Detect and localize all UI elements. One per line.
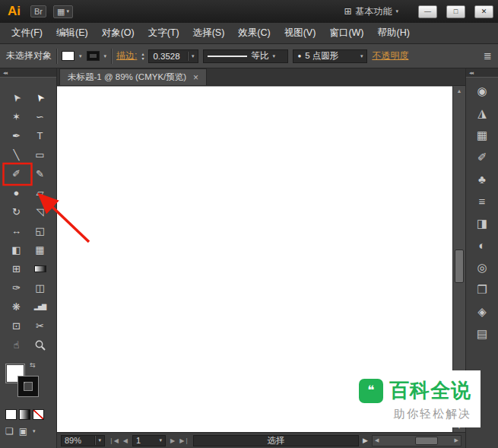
screen-mode-icon[interactable]: ▣ (19, 426, 27, 437)
chevron-down-icon[interactable]: ▾ (98, 437, 101, 443)
direct-selection-tool[interactable]: ➤ (28, 88, 52, 107)
menu-edit[interactable]: 编辑(E) (49, 23, 95, 43)
horizontal-scrollbar-thumb[interactable] (415, 437, 438, 445)
stepper-down-icon[interactable]: ▾ (141, 56, 144, 61)
rectangle-tool[interactable]: ▭ (28, 145, 52, 164)
menu-type[interactable]: 文字(T) (141, 23, 186, 43)
column-graph-tool[interactable]: ▂▅▇ (28, 297, 52, 316)
eyedropper-tool[interactable]: ✑ (5, 278, 28, 297)
blend-tool[interactable]: ◫ (28, 278, 52, 297)
free-transform-tool[interactable]: ◱ (28, 221, 52, 240)
chevron-down-icon[interactable]: ▾ (79, 53, 82, 59)
minimize-button[interactable]: — (418, 5, 437, 18)
first-artboard-icon[interactable]: ❘◀ (109, 437, 119, 444)
stroke-color-indicator[interactable] (18, 377, 38, 396)
blob-brush-tool[interactable]: ● (5, 183, 28, 202)
type-tool[interactable]: T (28, 126, 52, 145)
horizontal-scrollbar[interactable]: ◀ ▶ (372, 435, 462, 446)
arrange-documents-button[interactable]: ▦ ▾ (53, 5, 73, 18)
expand-dock-icon[interactable]: ◂◂ (466, 68, 498, 78)
menu-object[interactable]: 对象(O) (95, 23, 141, 43)
tab-close-icon[interactable]: × (193, 72, 198, 83)
hand-tool[interactable]: ☝ (5, 335, 28, 354)
workspace-icon: ⊞ (344, 6, 351, 17)
menu-file[interactable]: 文件(F) (5, 23, 49, 43)
status-expand-icon[interactable]: ▶ (363, 437, 368, 444)
symbol-sprayer-tool[interactable]: ❋ (5, 297, 28, 316)
selection-tool[interactable]: ➤ (5, 88, 28, 107)
rotate-tool[interactable]: ↻ (5, 202, 28, 221)
scroll-right-icon[interactable]: ▶ (455, 437, 458, 443)
stroke-color-swatch[interactable] (87, 51, 100, 61)
transparency-panel-icon[interactable]: ◐ (478, 240, 485, 252)
stroke-weight-field[interactable]: 0.3528 ▾ (148, 49, 198, 63)
divider (187, 52, 188, 61)
swap-fill-stroke-icon[interactable]: ⇆ (30, 361, 36, 369)
artboards-panel-icon[interactable]: ▤ (477, 328, 487, 340)
appearance-panel-icon[interactable]: ◎ (477, 262, 487, 274)
chevron-down-icon[interactable]: ▾ (104, 53, 107, 59)
menu-view[interactable]: 视图(V) (278, 23, 323, 43)
scroll-left-icon[interactable]: ◀ (375, 437, 379, 443)
paintbrush-tool[interactable]: ✐ (5, 164, 28, 183)
shape-builder-tool[interactable]: ◧ (5, 240, 28, 259)
lasso-tool[interactable]: ∽ (28, 107, 52, 126)
status-readout[interactable]: 选择 (193, 435, 359, 446)
collapse-tools-panel-icon[interactable]: ◂◂ (0, 68, 56, 78)
perspective-grid-tool[interactable]: ▦ (28, 240, 52, 259)
gradient-tool[interactable] (28, 259, 52, 278)
vertical-scrollbar-thumb[interactable] (455, 249, 464, 283)
none-button[interactable] (33, 409, 44, 420)
bridge-button[interactable]: Br (30, 5, 46, 17)
maximize-button[interactable]: □ (446, 5, 465, 18)
chevron-down-icon[interactable]: ▾ (33, 428, 36, 434)
eraser-tool[interactable]: ▱ (28, 183, 52, 202)
brushes-panel-icon[interactable]: ✐ (477, 151, 487, 164)
chevron-down-icon[interactable]: ▾ (360, 53, 363, 59)
pencil-tool[interactable]: ✎ (28, 164, 52, 183)
pen-tool[interactable]: ✒ (5, 126, 28, 145)
zoom-level-dropdown[interactable]: 89% ▾ (61, 435, 105, 446)
close-button[interactable]: ✕ (474, 5, 493, 18)
mesh-tool[interactable]: ⊞ (5, 259, 28, 278)
drawing-mode-icon[interactable]: ❏ (5, 426, 14, 437)
control-panel-menu-icon[interactable]: ≣ (484, 50, 492, 62)
scroll-up-icon[interactable]: ▲ (453, 86, 465, 96)
scale-tool[interactable]: ◹ (28, 202, 52, 221)
fill-color-swatch[interactable] (62, 51, 75, 61)
menu-window[interactable]: 窗口(W) (322, 23, 370, 43)
gradient-panel-icon[interactable]: ◨ (477, 218, 487, 230)
menu-effect[interactable]: 效果(C) (231, 23, 277, 43)
chevron-down-icon[interactable]: ▾ (192, 53, 195, 59)
swatches-panel-icon[interactable]: ▦ (477, 129, 487, 141)
graphic-styles-panel-icon[interactable]: ❐ (477, 284, 487, 296)
color-button[interactable] (5, 409, 17, 420)
stroke-weight-stepper[interactable]: ▴ ▾ (141, 52, 144, 61)
opacity-panel-link[interactable]: 不透明度 (372, 49, 408, 62)
color-panel-icon[interactable]: ◉ (477, 85, 487, 97)
last-artboard-icon[interactable]: ▶❘ (179, 437, 189, 444)
zoom-level-value: 89% (65, 436, 91, 445)
artboard-number-dropdown[interactable]: 1 ▾ (132, 435, 166, 446)
magic-wand-tool[interactable]: ✶ (5, 107, 28, 126)
stroke-panel-link[interactable]: 描边: (116, 49, 137, 62)
slice-tool[interactable]: ✂ (28, 316, 52, 335)
stroke-panel-icon[interactable]: ≡ (479, 195, 486, 208)
color-guide-panel-icon[interactable]: ◮ (477, 107, 487, 119)
symbols-panel-icon[interactable]: ♣ (478, 173, 486, 186)
line-segment-tool[interactable]: ╲ (5, 145, 28, 164)
menu-help[interactable]: 帮助(H) (371, 23, 417, 43)
gradient-button[interactable] (19, 409, 30, 420)
zoom-tool[interactable] (28, 335, 52, 354)
artboard-tool[interactable]: ⊡ (5, 316, 28, 335)
width-tool[interactable]: ↔ (5, 221, 28, 240)
previous-artboard-icon[interactable]: ◀ (123, 437, 128, 444)
menu-select[interactable]: 选择(S) (186, 23, 232, 43)
layers-panel-icon[interactable]: ◈ (477, 306, 487, 318)
brush-definition-dropdown[interactable]: ● 5 点圆形 ▾ (293, 49, 367, 63)
document-tab[interactable]: 未标题-1 @ 89% (CMYK/预览) × (59, 68, 207, 85)
workspace-switcher[interactable]: ⊞ 基本功能 ▾ (344, 5, 398, 18)
chevron-down-icon[interactable]: ▾ (272, 53, 275, 59)
width-profile-dropdown[interactable]: 等比 ▾ (203, 49, 288, 63)
next-artboard-icon[interactable]: ▶ (170, 437, 175, 444)
